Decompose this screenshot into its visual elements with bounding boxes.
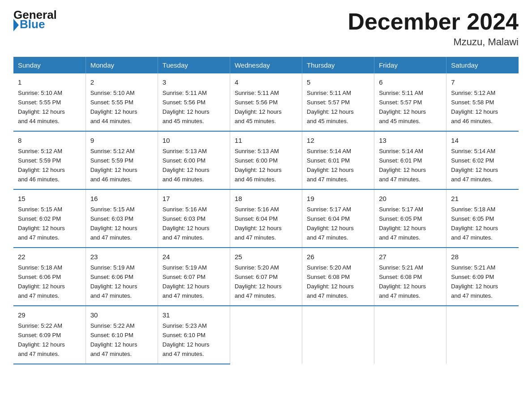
calendar-cell: 14 Sunrise: 5:14 AMSunset: 6:02 PMDaylig… <box>446 131 519 189</box>
header-wednesday: Wednesday <box>230 57 302 73</box>
calendar-cell: 19 Sunrise: 5:17 AMSunset: 6:04 PMDaylig… <box>302 189 374 248</box>
day-info: Sunrise: 5:15 AMSunset: 6:03 PMDaylight:… <box>90 206 137 241</box>
logo-text-blue: Blue <box>20 18 45 30</box>
title-block: December 2024 Mzuzu, Malawi <box>348 9 519 48</box>
day-info: Sunrise: 5:10 AMSunset: 5:55 PMDaylight:… <box>90 90 137 124</box>
day-info: Sunrise: 5:14 AMSunset: 6:01 PMDaylight:… <box>307 148 354 183</box>
day-number: 3 <box>163 77 225 87</box>
calendar-cell: 23 Sunrise: 5:19 AMSunset: 6:06 PMDaylig… <box>86 248 158 306</box>
day-info: Sunrise: 5:13 AMSunset: 6:00 PMDaylight:… <box>235 148 282 183</box>
calendar-cell: 29 Sunrise: 5:22 AMSunset: 6:09 PMDaylig… <box>13 306 86 364</box>
calendar-subtitle: Mzuzu, Malawi <box>348 36 519 48</box>
day-number: 4 <box>235 77 297 87</box>
calendar-week-3: 15 Sunrise: 5:15 AMSunset: 6:02 PMDaylig… <box>13 189 519 248</box>
header-friday: Friday <box>374 57 446 73</box>
day-info: Sunrise: 5:14 AMSunset: 6:02 PMDaylight:… <box>451 148 498 183</box>
calendar-cell: 9 Sunrise: 5:12 AMSunset: 5:59 PMDayligh… <box>86 131 158 189</box>
day-number: 2 <box>90 77 153 87</box>
day-number: 5 <box>307 77 369 87</box>
calendar-cell: 18 Sunrise: 5:16 AMSunset: 6:04 PMDaylig… <box>230 189 302 248</box>
calendar-cell: 1 Sunrise: 5:10 AMSunset: 5:55 PMDayligh… <box>13 73 86 131</box>
header-saturday: Saturday <box>446 57 519 73</box>
day-info: Sunrise: 5:13 AMSunset: 6:00 PMDaylight:… <box>163 148 210 183</box>
day-info: Sunrise: 5:19 AMSunset: 6:07 PMDaylight:… <box>163 264 210 299</box>
day-info: Sunrise: 5:18 AMSunset: 6:05 PMDaylight:… <box>451 206 498 241</box>
day-number: 15 <box>18 193 81 204</box>
day-info: Sunrise: 5:16 AMSunset: 6:03 PMDaylight:… <box>163 206 210 241</box>
day-number: 8 <box>18 135 81 146</box>
day-info: Sunrise: 5:11 AMSunset: 5:56 PMDaylight:… <box>235 90 282 124</box>
day-info: Sunrise: 5:14 AMSunset: 6:01 PMDaylight:… <box>379 148 426 183</box>
calendar-cell <box>230 306 302 364</box>
day-info: Sunrise: 5:18 AMSunset: 6:06 PMDaylight:… <box>18 264 65 299</box>
day-info: Sunrise: 5:15 AMSunset: 6:02 PMDaylight:… <box>18 206 65 241</box>
logo: General Blue <box>13 9 57 31</box>
day-info: Sunrise: 5:11 AMSunset: 5:56 PMDaylight:… <box>163 90 210 124</box>
day-number: 28 <box>451 252 514 262</box>
day-info: Sunrise: 5:19 AMSunset: 6:06 PMDaylight:… <box>90 264 137 299</box>
calendar-cell: 26 Sunrise: 5:20 AMSunset: 6:08 PMDaylig… <box>302 248 374 306</box>
day-info: Sunrise: 5:21 AMSunset: 6:09 PMDaylight:… <box>451 264 498 299</box>
day-number: 17 <box>163 193 225 204</box>
day-info: Sunrise: 5:10 AMSunset: 5:55 PMDaylight:… <box>18 90 65 124</box>
day-number: 7 <box>451 77 514 87</box>
calendar-cell: 15 Sunrise: 5:15 AMSunset: 6:02 PMDaylig… <box>13 189 86 248</box>
day-info: Sunrise: 5:23 AMSunset: 6:10 PMDaylight:… <box>163 322 210 357</box>
calendar-week-1: 1 Sunrise: 5:10 AMSunset: 5:55 PMDayligh… <box>13 73 519 131</box>
calendar-cell: 2 Sunrise: 5:10 AMSunset: 5:55 PMDayligh… <box>86 73 158 131</box>
day-info: Sunrise: 5:16 AMSunset: 6:04 PMDaylight:… <box>235 206 282 241</box>
day-number: 26 <box>307 252 369 262</box>
calendar-table: SundayMondayTuesdayWednesdayThursdayFrid… <box>13 57 519 364</box>
calendar-cell: 17 Sunrise: 5:16 AMSunset: 6:03 PMDaylig… <box>158 189 230 248</box>
day-info: Sunrise: 5:20 AMSunset: 6:08 PMDaylight:… <box>307 264 354 299</box>
day-number: 25 <box>235 252 297 262</box>
day-number: 21 <box>451 193 514 204</box>
day-info: Sunrise: 5:12 AMSunset: 5:59 PMDaylight:… <box>18 148 65 183</box>
header-thursday: Thursday <box>302 57 374 73</box>
day-number: 16 <box>90 193 153 204</box>
calendar-week-5: 29 Sunrise: 5:22 AMSunset: 6:09 PMDaylig… <box>13 306 519 364</box>
day-info: Sunrise: 5:11 AMSunset: 5:57 PMDaylight:… <box>307 90 354 124</box>
day-info: Sunrise: 5:22 AMSunset: 6:10 PMDaylight:… <box>90 322 137 357</box>
day-number: 14 <box>451 135 514 146</box>
calendar-cell: 28 Sunrise: 5:21 AMSunset: 6:09 PMDaylig… <box>446 248 519 306</box>
calendar-title: December 2024 <box>348 9 519 34</box>
calendar-cell <box>446 306 519 364</box>
day-number: 27 <box>379 252 442 262</box>
calendar-cell: 25 Sunrise: 5:20 AMSunset: 6:07 PMDaylig… <box>230 248 302 306</box>
calendar-cell: 31 Sunrise: 5:23 AMSunset: 6:10 PMDaylig… <box>158 306 230 364</box>
day-info: Sunrise: 5:12 AMSunset: 5:58 PMDaylight:… <box>451 90 498 124</box>
day-number: 12 <box>307 135 369 146</box>
calendar-cell: 3 Sunrise: 5:11 AMSunset: 5:56 PMDayligh… <box>158 73 230 131</box>
day-number: 31 <box>163 310 225 320</box>
calendar-cell: 30 Sunrise: 5:22 AMSunset: 6:10 PMDaylig… <box>86 306 158 364</box>
calendar-cell: 22 Sunrise: 5:18 AMSunset: 6:06 PMDaylig… <box>13 248 86 306</box>
calendar-cell: 21 Sunrise: 5:18 AMSunset: 6:05 PMDaylig… <box>446 189 519 248</box>
logo-arrow-icon <box>13 19 19 31</box>
calendar-cell: 16 Sunrise: 5:15 AMSunset: 6:03 PMDaylig… <box>86 189 158 248</box>
calendar-cell: 24 Sunrise: 5:19 AMSunset: 6:07 PMDaylig… <box>158 248 230 306</box>
calendar-cell: 5 Sunrise: 5:11 AMSunset: 5:57 PMDayligh… <box>302 73 374 131</box>
day-number: 30 <box>90 310 153 320</box>
calendar-cell: 8 Sunrise: 5:12 AMSunset: 5:59 PMDayligh… <box>13 131 86 189</box>
calendar-cell: 11 Sunrise: 5:13 AMSunset: 6:00 PMDaylig… <box>230 131 302 189</box>
calendar-cell: 4 Sunrise: 5:11 AMSunset: 5:56 PMDayligh… <box>230 73 302 131</box>
day-number: 10 <box>163 135 225 146</box>
day-number: 18 <box>235 193 297 204</box>
calendar-week-2: 8 Sunrise: 5:12 AMSunset: 5:59 PMDayligh… <box>13 131 519 189</box>
calendar-cell: 27 Sunrise: 5:21 AMSunset: 6:08 PMDaylig… <box>374 248 446 306</box>
day-info: Sunrise: 5:12 AMSunset: 5:59 PMDaylight:… <box>90 148 137 183</box>
day-number: 22 <box>18 252 81 262</box>
day-number: 23 <box>90 252 153 262</box>
day-info: Sunrise: 5:22 AMSunset: 6:09 PMDaylight:… <box>18 322 65 357</box>
day-info: Sunrise: 5:20 AMSunset: 6:07 PMDaylight:… <box>235 264 282 299</box>
day-info: Sunrise: 5:11 AMSunset: 5:57 PMDaylight:… <box>379 90 426 124</box>
day-number: 19 <box>307 193 369 204</box>
day-number: 24 <box>163 252 225 262</box>
calendar-cell: 13 Sunrise: 5:14 AMSunset: 6:01 PMDaylig… <box>374 131 446 189</box>
calendar-cell: 12 Sunrise: 5:14 AMSunset: 6:01 PMDaylig… <box>302 131 374 189</box>
calendar-cell: 7 Sunrise: 5:12 AMSunset: 5:58 PMDayligh… <box>446 73 519 131</box>
page-header: General Blue December 2024 Mzuzu, Malawi <box>13 9 519 48</box>
day-number: 29 <box>18 310 81 320</box>
day-number: 9 <box>90 135 153 146</box>
